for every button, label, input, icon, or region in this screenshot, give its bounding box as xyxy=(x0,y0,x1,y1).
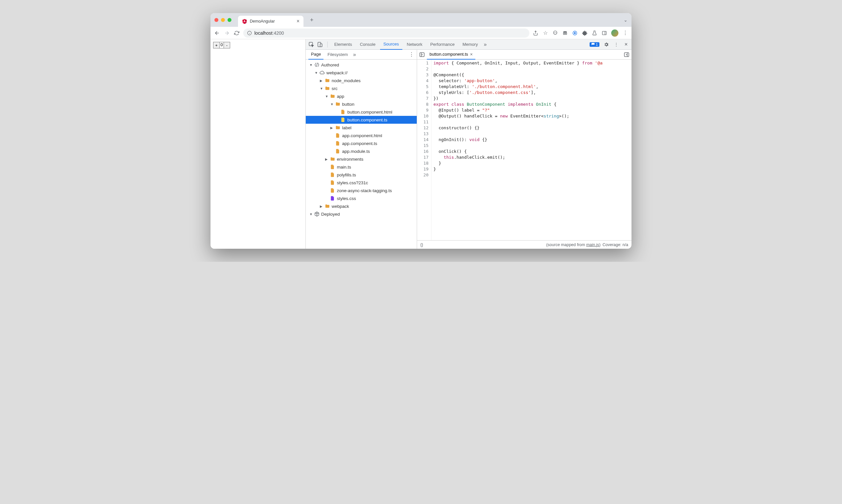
device-toggle-icon[interactable] xyxy=(317,41,323,48)
issues-badge[interactable]: 1 xyxy=(590,42,599,47)
svg-rect-12 xyxy=(602,31,606,35)
minimize-window-button[interactable] xyxy=(221,18,225,22)
tree-item-label[interactable]: ▶label xyxy=(306,124,417,131)
svg-point-7 xyxy=(556,32,556,33)
counter-minus-button[interactable]: - xyxy=(224,42,230,48)
source-map-link[interactable]: main.js xyxy=(586,242,599,247)
editor-tab[interactable]: button.component.ts × xyxy=(427,50,475,59)
new-tab-button[interactable]: + xyxy=(310,17,313,23)
tree-item-webpack[interactable]: ▶webpack xyxy=(306,202,417,210)
settings-icon[interactable] xyxy=(603,41,609,48)
tree-label: app.module.ts xyxy=(342,149,370,154)
editor-tabbar: button.component.ts × xyxy=(417,50,631,59)
extensions-icon[interactable] xyxy=(582,30,588,36)
tree-item-app-component-ts[interactable]: app.component.ts xyxy=(306,140,417,147)
navigator-menu-icon[interactable]: ⋮ xyxy=(409,51,414,58)
navigator-tabs: Page Filesystem » ⋮ xyxy=(306,50,417,59)
browser-tab[interactable]: DemoAngular × xyxy=(238,16,303,27)
forward-button[interactable] xyxy=(223,30,230,36)
tab-title: DemoAngular xyxy=(250,19,294,23)
toolbar: localhost:4200 ☆ ⋮ xyxy=(211,27,631,39)
bookmark-icon[interactable]: ☆ xyxy=(542,30,548,36)
tab-network[interactable]: Network xyxy=(404,39,426,50)
pretty-print-icon[interactable]: {} xyxy=(420,242,423,247)
tree-item-styles-css-231c[interactable]: styles.css?231c xyxy=(306,179,417,186)
tree-item-deployed[interactable]: ▼Deployed xyxy=(306,210,417,218)
tree-label: node_modules xyxy=(332,78,361,83)
url-port: :4200 xyxy=(272,31,284,36)
tree-item-src[interactable]: ▼src xyxy=(306,85,417,92)
line-gutter: 1234567891011121314151617181920 xyxy=(417,59,431,240)
tree-label: main.ts xyxy=(337,165,351,169)
browser-window: DemoAngular × + ⌄ localhost:4200 ☆ ⋮ xyxy=(211,13,631,249)
tree-item-environments[interactable]: ▶environments xyxy=(306,155,417,163)
tree-item-node-modules[interactable]: ▶node_modules xyxy=(306,76,417,85)
tree-item-button[interactable]: ▼button xyxy=(306,100,417,108)
tree-label: webpack xyxy=(332,204,349,209)
extension-flask-icon[interactable] xyxy=(592,30,597,36)
tree-item-app[interactable]: ▼app xyxy=(306,92,417,100)
close-window-button[interactable] xyxy=(214,18,218,22)
tree-item-zone-async-stack-tagging-ts[interactable]: zone-async-stack-tagging.ts xyxy=(306,186,417,194)
devtools-close-icon[interactable]: ✕ xyxy=(623,41,629,48)
toggle-navigator-icon[interactable] xyxy=(419,52,425,58)
tree-label: app xyxy=(337,94,344,99)
tab-performance[interactable]: Performance xyxy=(427,39,458,50)
tree-label: app.component.html xyxy=(342,133,382,138)
nav-tab-page[interactable]: Page xyxy=(308,50,323,59)
info-icon xyxy=(247,31,252,35)
tree-item-button-component-html[interactable]: button.component.html xyxy=(306,108,417,116)
tree-item-webpack-[interactable]: ▼webpack:// xyxy=(306,69,417,76)
tree-item-main-ts[interactable]: main.ts xyxy=(306,163,417,171)
tree-label: label xyxy=(342,125,352,130)
angular-icon xyxy=(242,19,247,24)
tab-sources[interactable]: Sources xyxy=(380,39,402,50)
nav-tabs-overflow[interactable]: » xyxy=(353,52,356,58)
tree-label: Authored xyxy=(321,62,339,68)
maximize-window-button[interactable] xyxy=(228,18,231,22)
devtools-menu-icon[interactable]: ⋮ xyxy=(613,41,619,48)
devtools: Elements Console Sources Network Perform… xyxy=(305,39,631,249)
tree-item-app-module-ts[interactable]: app.module.ts xyxy=(306,147,417,155)
side-panel-icon[interactable] xyxy=(602,30,607,36)
reload-button[interactable] xyxy=(233,30,240,36)
code-editor[interactable]: 1234567891011121314151617181920 import {… xyxy=(417,59,631,240)
tree-label: button.component.html xyxy=(347,110,392,114)
back-button[interactable] xyxy=(214,30,220,36)
counter-plus-button[interactable]: + xyxy=(213,42,219,48)
tree-label: src xyxy=(332,86,338,91)
svg-rect-16 xyxy=(320,43,322,47)
nav-tab-filesystem[interactable]: Filesystem xyxy=(325,50,350,59)
tree-label: zone-async-stack-tagging.ts xyxy=(337,188,392,193)
extension-target-icon[interactable] xyxy=(572,30,578,36)
tree-label: app.component.ts xyxy=(342,141,377,146)
tree-label: styles.css?231c xyxy=(337,180,368,185)
address-bar[interactable]: localhost:4200 xyxy=(243,29,530,38)
tree-item-authored[interactable]: ▼Authored xyxy=(306,61,417,69)
tree-item-button-component-ts[interactable]: button.component.ts xyxy=(306,116,417,124)
inspect-icon[interactable] xyxy=(308,41,314,48)
share-icon[interactable] xyxy=(533,30,539,36)
tab-elements[interactable]: Elements xyxy=(331,39,355,50)
extension-skull-icon[interactable] xyxy=(552,30,558,36)
tab-memory[interactable]: Memory xyxy=(459,39,481,50)
divider xyxy=(327,41,328,48)
tree-label: webpack:// xyxy=(326,70,348,75)
toggle-debugger-icon[interactable] xyxy=(624,52,629,58)
tree-label: styles.css xyxy=(337,196,356,201)
editor-tab-label: button.component.ts xyxy=(430,52,468,57)
tab-console[interactable]: Console xyxy=(357,39,379,50)
tree-item-app-component-html[interactable]: app.component.html xyxy=(306,131,417,140)
devtools-tabbar: Elements Console Sources Network Perform… xyxy=(306,39,631,50)
traffic-lights xyxy=(214,18,231,22)
extension-incognito-icon[interactable] xyxy=(562,30,568,36)
tab-list-button[interactable]: ⌄ xyxy=(624,17,628,22)
tab-close-button[interactable]: × xyxy=(297,18,300,24)
profile-avatar[interactable] xyxy=(611,30,619,37)
editor-tab-close[interactable]: × xyxy=(470,52,473,57)
titlebar: DemoAngular × + ⌄ xyxy=(211,13,631,27)
tabs-overflow[interactable]: » xyxy=(484,41,487,48)
chrome-menu-icon[interactable]: ⋮ xyxy=(622,30,628,36)
tree-item-styles-css[interactable]: styles.css xyxy=(306,194,417,202)
tree-item-polyfills-ts[interactable]: polyfills.ts xyxy=(306,171,417,179)
